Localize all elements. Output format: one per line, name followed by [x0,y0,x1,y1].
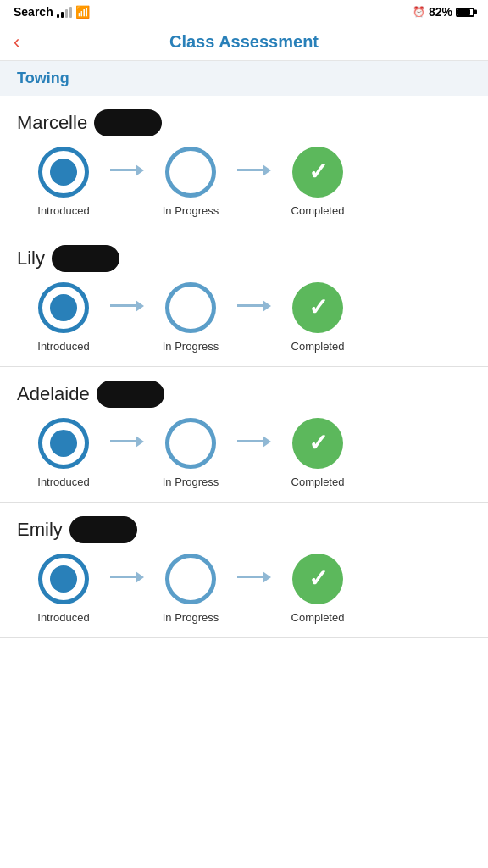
step-circle-introduced [38,282,89,333]
nav-header: ‹ Class Assessment [0,24,488,61]
progress-step-in-progress[interactable]: In Progress [144,554,237,624]
arrow-head [136,164,144,176]
student-name: Emily [17,519,63,541]
step-circle-completed: ✓ [292,418,343,469]
step-label: Completed [291,204,345,217]
arrow-head [263,300,271,312]
arrow-head [136,436,144,448]
student-name: Marcelle [17,112,87,134]
student-row: LilyIntroducedIn Progress✓Completed [0,231,488,367]
carrier-label: Search [14,5,53,19]
step-label: Introduced [37,611,89,624]
progress-step-in-progress[interactable]: In Progress [144,147,237,217]
step-label: Introduced [37,204,89,217]
student-name-row: Adelaide [17,381,471,408]
wifi-icon: 📶 [75,5,90,19]
step-circle-completed: ✓ [292,554,343,604]
step-label: Introduced [37,476,89,488]
progress-step-introduced[interactable]: Introduced [17,418,110,488]
main-content: MarcelleIntroducedIn Progress✓CompletedL… [0,96,488,638]
signal-icon [57,7,72,18]
step-arrow-icon [237,571,271,583]
step-circle-in-progress [165,418,216,469]
redacted-blob [94,109,162,136]
student-name: Lily [17,248,45,270]
checkmark-icon: ✓ [308,431,328,455]
student-row: AdelaideIntroducedIn Progress✓Completed [0,367,488,503]
redacted-blob [52,245,119,272]
alarm-icon: ⏰ [413,6,425,18]
step-arrow-icon [237,436,271,448]
status-bar: Search 📶 ⏰ 82% [0,0,488,24]
arrow-line [110,304,136,307]
step-arrow-icon [110,436,144,448]
step-arrow-icon [237,300,271,312]
step-circle-in-progress [165,147,216,198]
progress-step-in-progress[interactable]: In Progress [144,418,237,488]
step-arrow-icon [110,164,144,176]
student-row: MarcelleIntroducedIn Progress✓Completed [0,96,488,231]
arrow-line [237,304,263,307]
student-name-row: Lily [17,245,471,272]
arrow-head [263,436,271,448]
student-name-row: Marcelle [17,109,471,136]
battery-icon [456,8,474,17]
battery-percent: 82% [429,5,452,19]
progress-step-completed[interactable]: ✓Completed [271,554,364,624]
arrow-line [237,576,263,578]
arrow-line [110,440,136,442]
page-title: Class Assessment [169,32,319,52]
step-label: In Progress [163,476,219,488]
step-label: Completed [291,476,345,488]
step-label: In Progress [163,340,219,353]
status-left: Search 📶 [14,5,90,19]
redacted-blob [69,516,137,543]
progress-step-introduced[interactable]: Introduced [17,282,110,353]
arrow-head [136,300,144,312]
step-circle-in-progress [165,282,216,333]
step-label: Introduced [37,340,89,353]
step-arrow-icon [110,571,144,583]
section-header: Towing [0,61,488,96]
arrow-line [110,576,136,578]
progress-step-introduced[interactable]: Introduced [17,147,110,217]
arrow-head [263,571,271,583]
step-circle-introduced [38,147,89,198]
student-name-row: Emily [17,516,471,543]
step-label: In Progress [163,204,219,217]
step-circle-completed: ✓ [292,147,343,198]
back-button[interactable]: ‹ [14,33,19,52]
progress-step-introduced[interactable]: Introduced [17,554,110,624]
section-title: Towing [17,70,69,86]
checkmark-icon: ✓ [308,296,328,320]
step-arrow-icon [110,300,144,312]
step-circle-introduced [38,418,89,469]
progress-tracker: IntroducedIn Progress✓Completed [17,147,471,231]
arrow-head [263,164,271,176]
progress-step-completed[interactable]: ✓Completed [271,418,364,488]
step-label: Completed [291,340,345,353]
student-name: Adelaide [17,383,90,405]
step-label: In Progress [163,611,219,624]
student-row: EmilyIntroducedIn Progress✓Completed [0,503,488,638]
step-circle-completed: ✓ [292,282,343,333]
arrow-line [110,169,136,171]
progress-tracker: IntroducedIn Progress✓Completed [17,554,471,637]
checkmark-icon: ✓ [308,160,328,184]
checkmark-icon: ✓ [308,567,328,591]
step-circle-introduced [38,554,89,604]
status-right: ⏰ 82% [413,5,474,19]
progress-tracker: IntroducedIn Progress✓Completed [17,418,471,502]
step-circle-in-progress [165,554,216,604]
progress-step-completed[interactable]: ✓Completed [271,282,364,353]
redacted-blob [97,381,164,408]
progress-tracker: IntroducedIn Progress✓Completed [17,282,471,366]
step-label: Completed [291,611,345,624]
arrow-line [237,169,263,171]
progress-step-completed[interactable]: ✓Completed [271,147,364,217]
arrow-head [136,571,144,583]
step-arrow-icon [237,164,271,176]
arrow-line [237,440,263,442]
progress-step-in-progress[interactable]: In Progress [144,282,237,353]
